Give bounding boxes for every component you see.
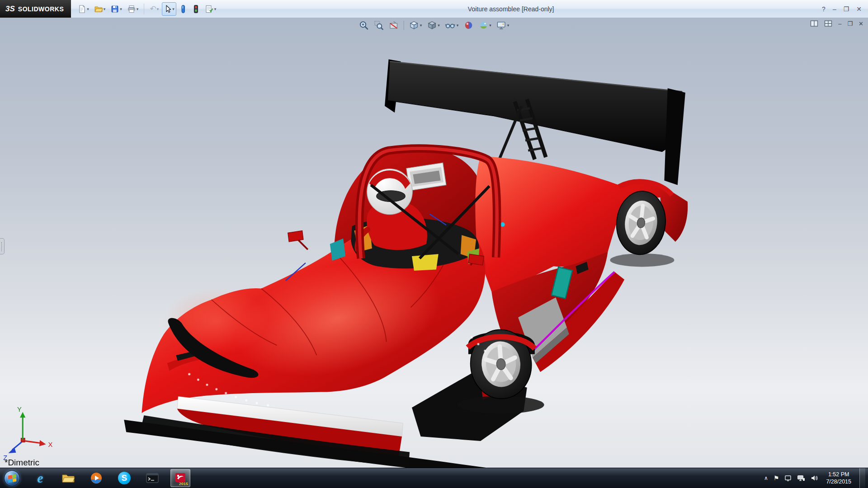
view-orientation-button[interactable]: ▾	[408, 19, 423, 31]
new-document-dropdown[interactable]: ▾	[87, 7, 89, 11]
open-folder-icon	[94, 5, 103, 14]
save-button[interactable]: ▾	[108, 2, 124, 16]
start-button[interactable]	[0, 468, 24, 488]
taskbar-media-player[interactable]	[86, 469, 106, 487]
apply-scene-button[interactable]: ▾	[477, 19, 492, 31]
orientation-triad[interactable]: Y X Z	[3, 406, 52, 461]
windows-taskbar: e S	[0, 468, 868, 488]
open-dropdown[interactable]: ▾	[104, 7, 106, 11]
new-document-icon	[77, 5, 86, 14]
zoom-to-fit-button[interactable]	[358, 19, 370, 31]
triad-y-label: Y	[17, 406, 22, 413]
taskbar-skype[interactable]: S	[114, 469, 134, 487]
display-style-dropdown[interactable]: ▾	[438, 23, 440, 28]
new-document-button[interactable]: ▾	[75, 2, 91, 16]
save-dropdown[interactable]: ▾	[120, 7, 122, 11]
taskbar-solidworks[interactable]: 2015	[170, 469, 190, 487]
clock-date: 7/28/2015	[826, 478, 851, 485]
taskbar-internet-explorer[interactable]: e	[30, 469, 50, 487]
view-orientation-label: *Dimetric	[5, 458, 39, 468]
view-settings-dropdown[interactable]: ▾	[507, 23, 509, 28]
section-view-button[interactable]	[388, 19, 400, 31]
volume-icon[interactable]	[811, 475, 818, 481]
logo-text: SOLIDWORKS	[18, 5, 64, 13]
undo-icon: ↶	[150, 5, 156, 13]
solidworks-version-badge: 2015	[179, 482, 188, 486]
pinned-apps: e S	[26, 469, 194, 487]
undo-dropdown[interactable]: ▾	[157, 7, 159, 11]
far-wheel-shadow	[610, 253, 674, 267]
rebuild-icon	[192, 5, 200, 14]
print-dropdown[interactable]: ▾	[137, 7, 139, 11]
restore-button[interactable]: ❐	[844, 5, 849, 13]
hardware-icon[interactable]	[784, 475, 792, 481]
network-display-icon[interactable]	[797, 475, 805, 481]
edit-appearance-button[interactable]	[462, 19, 474, 31]
pane-grid-icon[interactable]	[824, 20, 832, 27]
document-restore-button[interactable]: ❐	[847, 20, 853, 27]
xpress-pill-icon	[179, 5, 187, 14]
zoom-to-area-button[interactable]	[373, 19, 385, 31]
window-controls: ? – ❐ ✕	[822, 5, 868, 13]
view-settings-icon	[496, 20, 506, 30]
solidworks-xpress-button[interactable]	[178, 2, 189, 16]
document-close-button[interactable]: ✕	[859, 20, 863, 27]
help-button[interactable]: ?	[822, 5, 826, 13]
show-hidden-icons-button[interactable]: ∧	[764, 475, 768, 481]
options-icon	[205, 5, 214, 14]
display-style-button[interactable]: ▾	[426, 19, 441, 31]
print-button[interactable]: ▾	[125, 2, 141, 16]
hide-show-dropdown[interactable]: ▾	[457, 23, 459, 28]
select-dropdown[interactable]: ▾	[172, 7, 175, 11]
folder-icon	[61, 473, 75, 483]
hide-show-items-glasses-icon	[445, 20, 456, 30]
open-button[interactable]: ▾	[92, 2, 108, 16]
zoom-to-area-icon	[374, 20, 384, 30]
headsup-separator	[404, 21, 404, 30]
view-orientation-dropdown[interactable]: ▾	[420, 23, 422, 28]
triad-x-label: X	[48, 441, 53, 448]
hide-show-items-button[interactable]: ▾	[444, 19, 460, 31]
view-settings-button[interactable]: ▾	[495, 19, 510, 31]
print-icon	[127, 5, 136, 14]
document-minimize-button[interactable]: –	[838, 20, 841, 27]
race-car-model[interactable]: Y X Z	[0, 18, 868, 468]
rebuild-button[interactable]	[190, 2, 202, 16]
close-button[interactable]: ✕	[856, 5, 862, 13]
solidworks-window: 3S SOLIDWORKS ▾ ▾	[0, 0, 868, 488]
options-dropdown[interactable]: ▾	[214, 7, 217, 11]
select-tool-button[interactable]: ▾	[162, 2, 176, 16]
zoom-to-fit-icon	[359, 20, 369, 30]
apply-scene-icon	[478, 20, 488, 30]
windows-orb-icon	[4, 470, 20, 486]
driver-helmet[interactable]	[367, 169, 412, 215]
clock-time: 1:52 PM	[826, 471, 851, 478]
options-button[interactable]: ▾	[203, 2, 218, 16]
save-floppy-icon	[110, 5, 119, 14]
skype-icon: S	[118, 472, 131, 484]
feature-tree-flyout-handle[interactable]	[0, 238, 5, 254]
undo-button[interactable]: ↶ ▾	[148, 2, 160, 16]
apply-scene-dropdown[interactable]: ▾	[489, 23, 491, 28]
dassault-logo-icon: 3S	[5, 5, 15, 14]
heads-up-view-toolbar: ▾ ▾ ▾	[358, 19, 510, 31]
edit-appearance-sphere-icon	[463, 20, 473, 30]
taskbar-windows-explorer[interactable]	[58, 469, 78, 487]
taskbar-command-prompt[interactable]	[142, 469, 162, 487]
action-center-flag-icon[interactable]: ⚑	[774, 474, 779, 482]
view-orientation-cube-icon	[409, 20, 419, 30]
solidworks-logo: 3S SOLIDWORKS	[0, 0, 71, 18]
taskbar-clock[interactable]: 1:52 PM 7/28/2015	[823, 471, 854, 486]
select-cursor-icon	[164, 5, 172, 14]
show-desktop-button[interactable]	[859, 468, 865, 488]
3d-viewport[interactable]: ▾ ▾ ▾	[0, 18, 868, 468]
command-prompt-icon	[146, 473, 159, 483]
document-title: Voiture assomblee [Read-only]	[218, 5, 822, 13]
pane-split-icon[interactable]	[810, 20, 818, 27]
system-tray: ∧ ⚑ 1:52 PM 7/28/2015	[764, 468, 868, 488]
title-bar: 3S SOLIDWORKS ▾ ▾	[0, 0, 868, 18]
section-view-icon	[389, 20, 399, 30]
minimize-button[interactable]: –	[833, 5, 836, 13]
media-player-icon	[90, 472, 103, 484]
toolbar-separator	[144, 4, 144, 14]
